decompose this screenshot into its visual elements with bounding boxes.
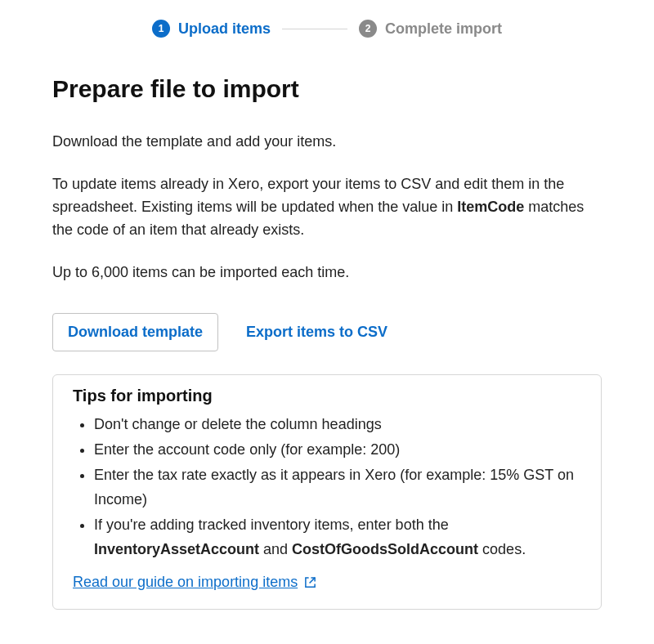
intro-text-1: Download the template and add your items… [52,131,602,154]
tip-item: Don't change or delete the column headin… [94,412,585,437]
step-upload-items[interactable]: 1 Upload items [152,20,271,38]
step-2-label: Complete import [385,20,502,38]
cogs-label: CostOfGoodsSoldAccount [292,541,478,557]
download-template-button[interactable]: Download template [52,313,218,351]
tip-4mid: and [259,541,292,557]
tip-item: Enter the account code only (for example… [94,437,585,463]
tip-4b: codes. [478,541,526,557]
intro-text-3: Up to 6,000 items can be imported each t… [52,262,602,284]
stepper: 1 Upload items 2 Complete import [52,20,602,38]
step-1-circle: 1 [152,20,170,38]
tips-list: Don't change or delete the column headin… [78,412,585,562]
step-2-circle: 2 [359,20,377,38]
guide-link-text: Read our guide on importing items [73,574,298,591]
step-1-label: Upload items [178,20,271,38]
page-title: Prepare file to import [52,75,602,103]
tip-item: If you're adding tracked inventory items… [94,512,585,562]
step-connector [282,29,347,29]
external-link-icon [304,576,316,588]
guide-link[interactable]: Read our guide on importing items [73,574,316,591]
intro-text-2: To update items already in Xero, export … [52,173,602,242]
tips-box: Tips for importing Don't change or delet… [52,374,602,610]
step-complete-import: 2 Complete import [359,20,502,38]
itemcode-label: ItemCode [457,199,524,215]
inventory-asset-label: InventoryAssetAccount [94,541,259,557]
button-row: Download template Export items to CSV [52,313,602,351]
export-items-button[interactable]: Export items to CSV [246,324,387,341]
tips-title: Tips for importing [73,387,585,405]
tip-4a: If you're adding tracked inventory items… [94,517,449,533]
tip-item: Enter the tax rate exactly as it appears… [94,463,585,512]
